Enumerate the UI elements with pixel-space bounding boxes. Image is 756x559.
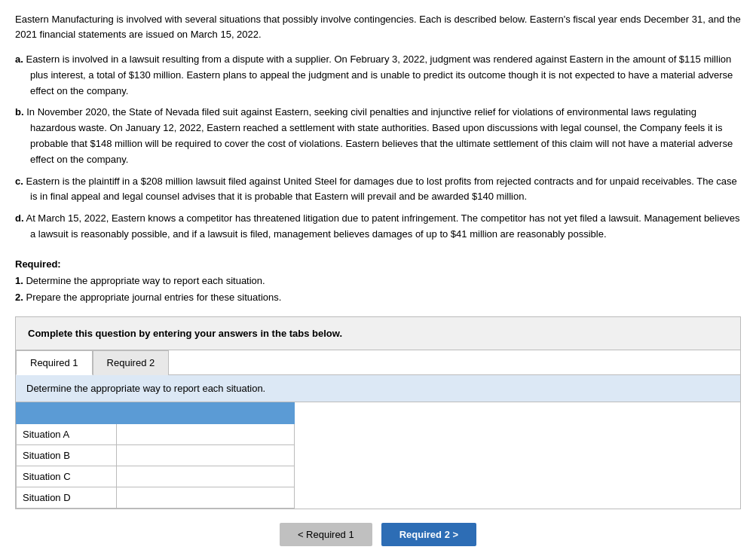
situations-table: Situation A Situation B Situation C: [16, 402, 295, 509]
situation-b-input[interactable]: [123, 450, 288, 461]
situation-d: d. At March 15, 2022, Eastern knows a co…: [15, 211, 741, 243]
situations-list: a. Eastern is involved in a lawsuit resu…: [15, 52, 741, 243]
table-row-c: Situation C: [17, 466, 295, 487]
col-header-empty: [17, 403, 117, 424]
required-label: Required:: [15, 256, 741, 273]
situation-c-input-cell[interactable]: [117, 466, 295, 487]
situation-d-label: Situation D: [17, 487, 117, 509]
table-row-d: Situation D: [17, 487, 295, 509]
tab-instruction: Determine the appropriate way to report …: [16, 375, 740, 402]
intro-paragraph: Eastern Manufacturing is involved with s…: [15, 12, 741, 41]
required-item-2: 2. Prepare the appropriate journal entri…: [15, 289, 741, 306]
prev-button[interactable]: < Required 1: [280, 523, 372, 546]
situation-a: a. Eastern is involved in a lawsuit resu…: [15, 52, 741, 99]
tab-content: Determine the appropriate way to report …: [16, 375, 740, 509]
situation-a-input[interactable]: [123, 429, 288, 440]
situation-d-input-cell[interactable]: [117, 487, 295, 509]
situation-c-label: Situation C: [17, 466, 117, 487]
bottom-nav: < Required 1 Required 2 >: [15, 509, 741, 552]
col-header-value: [117, 403, 295, 424]
complete-box-text: Complete this question by entering your …: [28, 328, 342, 339]
situation-a-input-cell[interactable]: [117, 424, 295, 445]
tabs-row: Required 1 Required 2: [16, 350, 740, 375]
situation-d-input[interactable]: [123, 492, 288, 503]
situation-c-input[interactable]: [123, 471, 288, 482]
tabs-area: Required 1 Required 2 Determine the appr…: [15, 350, 741, 509]
situation-c: c. Eastern is the plaintiff in a $208 mi…: [15, 174, 741, 206]
complete-box: Complete this question by entering your …: [15, 316, 741, 350]
tab-required-2[interactable]: Required 2: [93, 350, 170, 375]
table-row-b: Situation B: [17, 445, 295, 466]
table-row-a: Situation A: [17, 424, 295, 445]
required-section: Required: 1. Determine the appropriate w…: [15, 256, 741, 306]
situation-a-label: Situation A: [17, 424, 117, 445]
required-item-1: 1. Determine the appropriate way to repo…: [15, 273, 741, 289]
situations-table-container: Situation A Situation B Situation C: [16, 402, 740, 509]
situation-b-label: Situation B: [17, 445, 117, 466]
situation-b: b. In November 2020, the State of Nevada…: [15, 105, 741, 167]
tab-required-1[interactable]: Required 1: [16, 350, 93, 375]
next-button[interactable]: Required 2 >: [381, 523, 476, 546]
situation-b-input-cell[interactable]: [117, 445, 295, 466]
